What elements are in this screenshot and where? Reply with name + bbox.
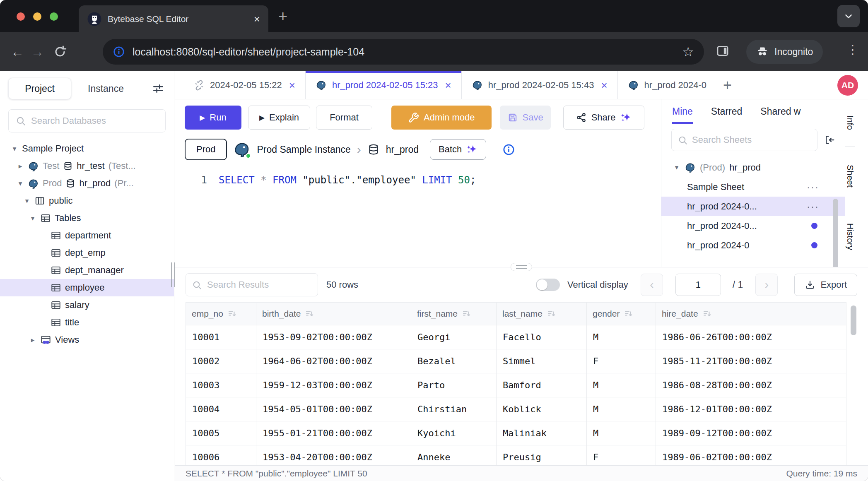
zoom-window-button[interactable] xyxy=(50,12,58,21)
batch-button[interactable]: Batch xyxy=(430,139,486,160)
column-header-birth-date[interactable]: birth_date xyxy=(256,303,411,325)
results-scrollbar[interactable] xyxy=(851,305,856,335)
rail-tab-history[interactable]: History xyxy=(845,206,855,267)
caret-right-icon[interactable]: ▸ xyxy=(29,336,36,344)
panel-resize-handle[interactable] xyxy=(511,263,532,271)
caret-down-icon[interactable]: ▾ xyxy=(23,197,31,205)
close-sheet-icon[interactable]: × xyxy=(445,80,451,91)
info-icon[interactable] xyxy=(502,143,515,156)
sort-icon[interactable] xyxy=(547,309,557,319)
database-search-input[interactable] xyxy=(31,115,159,126)
sheets-search[interactable] xyxy=(671,129,817,151)
share-button[interactable]: Share xyxy=(563,106,645,130)
close-tab-icon[interactable]: × xyxy=(254,14,260,24)
forward-button[interactable]: → xyxy=(27,44,47,60)
column-header-hire-date[interactable]: hire_date xyxy=(656,303,807,325)
format-button[interactable]: Format xyxy=(316,106,372,130)
tree-item-prod-db[interactable]: ▾ Prod hr_prod (Pr... xyxy=(0,175,174,192)
rail-tab-sheet[interactable]: Sheet xyxy=(845,146,855,206)
tab-project[interactable]: Project xyxy=(8,78,71,99)
sheet-tab-2-active[interactable]: hr_prod 2024-02-05 15:23 × xyxy=(306,71,462,99)
sort-icon[interactable] xyxy=(227,309,237,319)
site-info-icon[interactable] xyxy=(113,46,125,58)
tree-item-schema-public[interactable]: ▾ public xyxy=(0,192,174,209)
sort-icon[interactable] xyxy=(462,309,472,319)
tab-mine[interactable]: Mine xyxy=(672,106,693,124)
prev-page-button[interactable]: ‹ xyxy=(641,274,663,296)
table-row[interactable]: 100041954-05-01T00:00:00ZChirstianKoblic… xyxy=(186,397,846,421)
tab-search-button[interactable] xyxy=(837,5,860,27)
column-header-gender[interactable]: gender xyxy=(587,303,656,325)
sheet-list-item[interactable]: hr_prod 2024-0 xyxy=(661,236,845,255)
add-sheet-button[interactable]: + xyxy=(723,77,732,94)
side-panel-icon[interactable] xyxy=(716,44,730,58)
tree-item-test-db[interactable]: ▸ Test hr_test (Test... xyxy=(0,157,174,175)
tab-shared-with-me[interactable]: Shared w xyxy=(760,106,800,124)
caret-down-icon[interactable]: ▾ xyxy=(17,179,24,188)
sort-icon[interactable] xyxy=(702,309,712,319)
filter-sliders-icon[interactable] xyxy=(152,82,165,95)
caret-right-icon[interactable]: ▸ xyxy=(17,162,24,171)
sheets-search-input[interactable] xyxy=(692,135,811,145)
column-header-emp-no[interactable]: emp_no xyxy=(186,303,256,325)
tree-item-project[interactable]: ▾ Sample Project xyxy=(0,140,174,157)
sql-editor[interactable]: 1 SELECT * FROM "public"."employee" LIMI… xyxy=(175,166,658,189)
sheet-tab-3[interactable]: hr_prod 2024-02-05 15:43 × xyxy=(462,71,618,99)
sort-icon[interactable] xyxy=(624,309,634,319)
tree-item-table-employee[interactable]: employee xyxy=(0,279,174,296)
tab-starred[interactable]: Starred xyxy=(711,106,742,124)
minimize-window-button[interactable] xyxy=(33,12,41,21)
results-search-input[interactable] xyxy=(207,279,312,290)
caret-down-icon[interactable]: ▾ xyxy=(11,144,18,153)
sheet-group-row[interactable]: ▾ (Prod) hr_prod xyxy=(661,158,845,177)
tree-item-table-dept-emp[interactable]: dept_emp xyxy=(0,244,174,262)
sheet-menu-icon[interactable]: ··· xyxy=(807,201,819,212)
vertical-display-toggle[interactable] xyxy=(536,279,560,291)
back-button[interactable]: ← xyxy=(7,44,27,60)
reload-button[interactable] xyxy=(53,45,67,59)
table-row[interactable]: 100021964-06-02T00:00:00ZBezalelSimmelF1… xyxy=(186,349,846,373)
browser-menu-button[interactable]: ⋮ xyxy=(846,42,859,57)
column-header-last-name[interactable]: last_name xyxy=(497,303,587,325)
admin-mode-button[interactable]: Admin mode xyxy=(391,106,492,130)
address-bar[interactable]: localhost:8080/sql-editor/sheet/project-… xyxy=(103,39,704,65)
rail-tab-info[interactable]: Info xyxy=(845,99,855,146)
table-row[interactable]: 100051955-01-21T00:00:00ZKyoichiMaliniak… xyxy=(186,421,846,445)
tab-instance[interactable]: Instance xyxy=(88,83,124,94)
sort-icon[interactable] xyxy=(305,309,315,319)
tree-item-tables[interactable]: ▾ Tables xyxy=(0,209,174,227)
sheet-tab-1[interactable]: 2024-02-05 15:22 × xyxy=(184,71,306,99)
environment-badge[interactable]: Prod xyxy=(185,139,227,160)
close-sheet-icon[interactable]: × xyxy=(601,80,607,91)
results-search[interactable] xyxy=(186,273,318,296)
page-input[interactable] xyxy=(675,274,721,296)
column-header-first-name[interactable]: first_name xyxy=(411,303,497,325)
caret-down-icon[interactable]: ▾ xyxy=(29,214,36,223)
database-name[interactable]: hr_prod xyxy=(386,144,419,155)
tree-item-table-department[interactable]: department xyxy=(0,227,174,244)
caret-down-icon[interactable]: ▾ xyxy=(673,163,680,172)
ai-sparkle-icon[interactable] xyxy=(620,112,632,123)
close-window-button[interactable] xyxy=(17,12,25,21)
bookmark-star-icon[interactable]: ☆ xyxy=(682,44,694,60)
run-button[interactable]: ▶ Run xyxy=(185,106,241,130)
export-button[interactable]: Export xyxy=(794,274,857,296)
instance-name[interactable]: Prod Sample Instance xyxy=(257,144,350,155)
sheet-list-item[interactable]: hr_prod 2024-0... xyxy=(661,216,845,236)
sheet-list-item[interactable]: Sample Sheet ··· xyxy=(661,177,845,197)
sheet-tab-4[interactable]: hr_prod 2024-0 xyxy=(618,71,716,99)
table-row[interactable]: 100011953-09-02T00:00:00ZGeorgiFacelloM1… xyxy=(186,325,846,349)
table-row[interactable]: 100031959-12-03T00:00:00ZPartoBamfordM19… xyxy=(186,373,846,397)
next-page-button[interactable]: › xyxy=(755,274,778,296)
user-avatar[interactable]: AD xyxy=(837,75,858,96)
explain-button[interactable]: ▶ Explain xyxy=(248,106,310,130)
close-sheet-icon[interactable]: × xyxy=(289,80,295,91)
tree-item-table-title[interactable]: title xyxy=(0,314,174,331)
tree-item-table-dept-manager[interactable]: dept_manager xyxy=(0,262,174,279)
table-row[interactable]: 100061953-04-20T00:00:00ZAnnekePreusigF1… xyxy=(186,445,846,466)
tree-item-views[interactable]: ▸ Views xyxy=(0,331,174,349)
new-tab-button[interactable]: + xyxy=(278,7,287,25)
database-search[interactable] xyxy=(8,109,166,132)
tree-item-table-salary[interactable]: salary xyxy=(0,296,174,314)
browser-tab[interactable]: Bytebase SQL Editor × xyxy=(79,5,268,32)
